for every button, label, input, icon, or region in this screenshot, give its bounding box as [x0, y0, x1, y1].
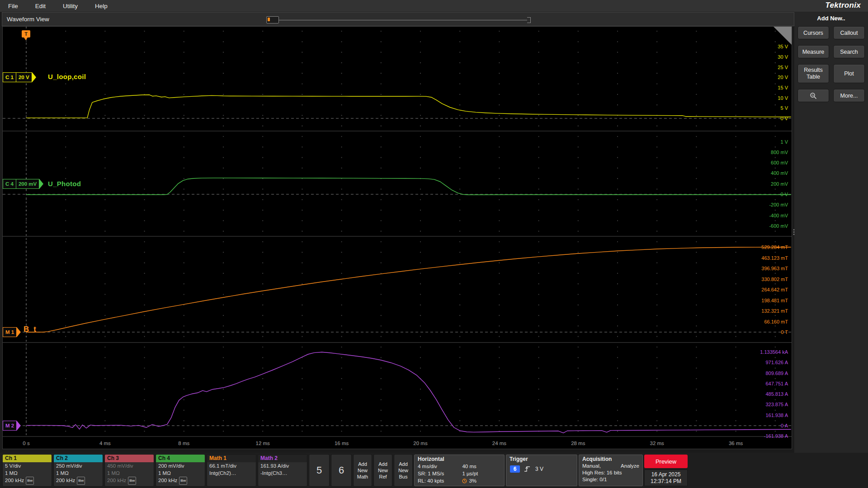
- channel-3-badge[interactable]: Ch 3 450 mV/div 1 MΩ 200 kHzBw: [104, 454, 154, 487]
- results-table-button[interactable]: Results Table: [797, 64, 829, 83]
- overview-window-icon[interactable]: [266, 16, 279, 23]
- menu-file[interactable]: File: [8, 3, 18, 9]
- acquisition-panel[interactable]: Acquisition Manual, Analyze High Res: 16…: [579, 455, 643, 486]
- svg-text:809.689 A: 809.689 A: [765, 371, 788, 376]
- channel-badge-c4-scale: 200 mV: [16, 179, 39, 189]
- sample-interval: 1 µs/pt: [462, 470, 501, 477]
- horizontal-panel[interactable]: Horizontal 4 ms/div 40 ms SR: 1 MS/s 1 µ…: [414, 455, 505, 486]
- ch3-bandwidth: 200 kHzBw: [105, 477, 154, 485]
- svg-text:161.938 A: 161.938 A: [765, 413, 788, 418]
- trigger-flag-icon[interactable]: T: [22, 30, 30, 38]
- svg-text:20 ms: 20 ms: [413, 441, 428, 446]
- menu-edit[interactable]: Edit: [35, 3, 46, 9]
- acquisition-resolution: High Res: 16 bits: [579, 469, 642, 476]
- ch4-bandwidth: 200 kHzBw: [156, 477, 205, 485]
- svg-text:15 V: 15 V: [778, 85, 788, 90]
- channel-6-button[interactable]: 6: [331, 454, 352, 487]
- svg-text:800 mV: 800 mV: [771, 150, 788, 155]
- time-text: 12:37:14 PM: [651, 478, 681, 485]
- overview-track[interactable]: [279, 20, 527, 20]
- delay-clock-icon: [462, 479, 467, 483]
- add-new-math-button[interactable]: AddNewMath: [353, 454, 372, 487]
- math-1-header: Math 1: [207, 455, 256, 462]
- channel-4-header: Ch 4: [156, 455, 205, 462]
- zoom-tool-button[interactable]: [797, 89, 829, 102]
- bandwidth-badge: Bw: [179, 477, 187, 485]
- svg-text:10 V: 10 V: [778, 95, 788, 101]
- horizontal-scale: 4 ms/div: [418, 463, 462, 470]
- more-button[interactable]: More...: [833, 89, 865, 102]
- channel-badge-arrow-icon: [39, 179, 43, 189]
- channel-5-button[interactable]: 5: [309, 454, 330, 487]
- preview-button[interactable]: Preview: [644, 455, 688, 468]
- channel-badge-c1-scale: 20 V: [16, 72, 32, 82]
- callout-button[interactable]: Callout: [833, 26, 865, 39]
- svg-text:28 ms: 28 ms: [571, 441, 585, 446]
- trace-label-bt: B_t: [24, 325, 36, 334]
- overview-end-bracket[interactable]: [527, 17, 531, 23]
- ch1-impedance: 1 MΩ: [3, 469, 52, 477]
- svg-text:600 mV: 600 mV: [771, 160, 788, 165]
- add-new-title: Add New..: [794, 15, 868, 22]
- math-2-header: Math 2: [258, 455, 307, 462]
- ch2-impedance: 1 MΩ: [54, 469, 103, 477]
- plot-button[interactable]: Plot: [833, 64, 865, 83]
- svg-text:396.963 mT: 396.963 mT: [761, 266, 788, 271]
- channel-badge-c4-name: C 4: [3, 179, 16, 189]
- zoom-corner-button[interactable]: [774, 27, 792, 45]
- math-badge-m1[interactable]: M 1: [3, 327, 21, 337]
- ch3-impedance: 1 MΩ: [105, 469, 154, 477]
- menu-bar: File Edit Utility Help Tektronix: [0, 0, 868, 12]
- bandwidth-badge: Bw: [77, 477, 85, 485]
- add-new-sidebar: Add New.. Cursors Callout Measure Search…: [794, 12, 868, 453]
- math-badge-m2[interactable]: M 2: [3, 421, 21, 431]
- ch1-scale: 5 V/div: [3, 462, 52, 469]
- bandwidth-badge: Bw: [128, 477, 136, 485]
- channel-4-badge[interactable]: Ch 4 200 mV/div 1 MΩ 200 kHzBw: [156, 454, 205, 487]
- svg-text:5 V: 5 V: [780, 105, 788, 111]
- math-2-badge[interactable]: Math 2 161.93 A/div -Intg(Ch3…: [258, 454, 307, 487]
- ch2-bandwidth: 200 kHzBw: [54, 477, 103, 485]
- waveform-display[interactable]: 35 V30 V25 V20 V15 V10 V5 V0 V1 V800 mV6…: [2, 26, 792, 449]
- svg-text:0 V: 0 V: [780, 192, 788, 197]
- channel-1-badge[interactable]: Ch 1 5 V/div 1 MΩ 200 kHzBw: [2, 454, 52, 487]
- svg-text:12 ms: 12 ms: [256, 441, 270, 446]
- svg-text:200 mV: 200 mV: [771, 181, 788, 187]
- horizontal-position: 3%: [462, 477, 501, 484]
- svg-text:24 ms: 24 ms: [492, 441, 507, 446]
- magnifier-icon: [792, 28, 792, 36]
- add-new-ref-button[interactable]: AddNewRef: [373, 454, 392, 487]
- magnifier-waveform-icon: [810, 92, 817, 99]
- search-button[interactable]: Search: [833, 45, 865, 58]
- record-length: RL: 40 kpts: [418, 477, 462, 484]
- svg-text:25 V: 25 V: [778, 65, 788, 70]
- acquisition-mode: Manual,: [582, 463, 601, 469]
- svg-text:8 ms: 8 ms: [178, 441, 189, 446]
- svg-text:0 V: 0 V: [780, 116, 788, 121]
- channel-badge-c4[interactable]: C 4 200 mV: [3, 179, 43, 189]
- channel-badge-c1[interactable]: C 1 20 V: [3, 72, 36, 82]
- svg-text:132.321 mT: 132.321 mT: [761, 308, 788, 314]
- acquisition-title: Acquisition: [579, 455, 642, 463]
- menu-utility[interactable]: Utility: [63, 3, 78, 9]
- channel-badge-arrow-icon: [17, 421, 21, 431]
- svg-text:-400 mV: -400 mV: [769, 213, 788, 218]
- svg-text:66.160 mT: 66.160 mT: [764, 319, 788, 324]
- svg-text:-161.938 A: -161.938 A: [764, 433, 788, 439]
- acquisition-single: Single: 0/1: [579, 476, 642, 483]
- measure-button[interactable]: Measure: [797, 45, 829, 58]
- horizontal-overview-bar[interactable]: [266, 16, 531, 23]
- channel-2-badge[interactable]: Ch 2 250 mV/div 1 MΩ 200 kHzBw: [53, 454, 103, 487]
- menu-help[interactable]: Help: [95, 3, 108, 9]
- cursors-button[interactable]: Cursors: [797, 26, 829, 39]
- svg-text:264.642 mT: 264.642 mT: [761, 287, 788, 292]
- add-new-bus-button[interactable]: AddNewBus: [394, 454, 413, 487]
- svg-text:971.626 A: 971.626 A: [765, 360, 788, 365]
- horizontal-title: Horizontal: [415, 455, 504, 463]
- waveform-canvas[interactable]: 35 V30 V25 V20 V15 V10 V5 V0 V1 V800 mV6…: [3, 27, 792, 449]
- math1-expression: Intg(Ch2)…: [207, 469, 256, 477]
- ch4-scale: 200 mV/div: [156, 462, 205, 469]
- svg-text:1 V: 1 V: [780, 139, 788, 145]
- math-1-badge[interactable]: Math 1 66.1 mT/div Intg(Ch2)…: [207, 454, 256, 487]
- trigger-panel[interactable]: Trigger 6 3 V: [506, 455, 577, 486]
